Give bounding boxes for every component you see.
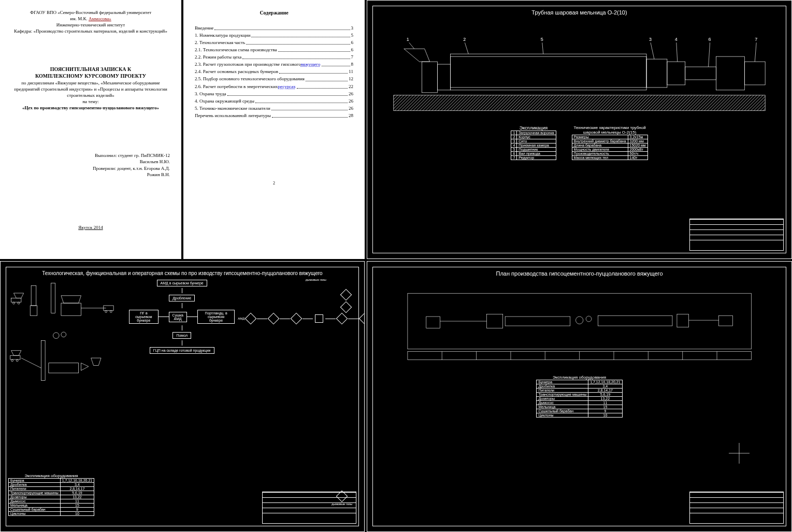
toc-line: 4. Охрана окружающей среды26 (195, 98, 353, 104)
spec-key: Производительность (572, 152, 628, 156)
svg-rect-4 (438, 64, 451, 90)
flow-portland-bunker: Портландц. в сырьевом бункере (197, 310, 235, 324)
expl-num: 3 (511, 139, 517, 143)
svg-rect-66 (677, 314, 688, 327)
svg-marker-37 (11, 351, 21, 356)
toc-page: 26 (349, 98, 353, 104)
toc-link[interactable]: ресурсах (278, 83, 296, 90)
scheme-equip-table: Бункера1,7,12,16,18,20,21Дробилка3,4Пита… (8, 478, 94, 516)
equip-key: Сушильный барабан (9, 508, 61, 512)
svg-point-39 (11, 360, 13, 362)
toc-label: 2.5. Подбор основного технологического о… (195, 76, 305, 82)
spec-key: Размеры (572, 135, 628, 139)
mill-drawing: 1 2 5 3 4 6 7 (373, 18, 786, 121)
svg-rect-30 (51, 283, 55, 313)
expl-num: 5 (511, 148, 517, 152)
cad-scheme-sheet: Технологическая, функциональная и операт… (0, 261, 365, 532)
flow-pg-bunker: ПГ в сырьевом бункере (129, 310, 158, 324)
expl-name: Вал привода (517, 152, 556, 156)
cad-plan-sheet: План производства гипсоцементного-пуццол… (367, 261, 792, 532)
svg-point-64 (586, 316, 592, 322)
toc-page: 26 (349, 91, 353, 97)
svg-text:4: 4 (675, 37, 678, 42)
toc-line: 2.2. Режим работы цеха7 (195, 54, 353, 60)
amd-label: АМД (238, 317, 244, 320)
toc-line: 2. Технологическая часть6 (195, 39, 353, 46)
svg-line-19 (676, 42, 678, 62)
svg-line-13 (465, 42, 468, 54)
toc-line: 5. Технико-экономические показатели26 (195, 105, 353, 111)
toc-label: 3. Охрана труда (195, 91, 226, 97)
equip-val: 9 (588, 409, 622, 413)
svg-rect-62 (505, 317, 570, 326)
svg-rect-68 (718, 315, 732, 326)
plan-equip-title: Экспликация оборудования (536, 375, 622, 380)
toc-page: 22 (349, 83, 353, 90)
expl-name: Редуктор (517, 156, 556, 160)
mill-title: Трубная шаровая мельница О-2(10) (373, 9, 786, 16)
toc-line: 2.6. Расчет потребности в энергетических… (195, 83, 353, 90)
equip-val: 15 (588, 405, 622, 409)
equip-key: Дымосос (9, 499, 61, 504)
expl-num: 4 (511, 143, 517, 148)
svg-rect-38 (10, 355, 20, 360)
title-block (262, 492, 356, 524)
equip-val: 2,8,14,17 (60, 487, 94, 491)
equip-key: Питатели (9, 487, 61, 491)
equip-key: Дымосос (537, 401, 588, 405)
svg-rect-32 (61, 303, 81, 315)
toc-link[interactable]: вяжущего (301, 61, 321, 67)
flow-grinding: Помол (172, 332, 191, 339)
toc-label: 2.2. Режим работы цеха (195, 54, 241, 60)
toc-label: 2.4. Расчет основных расходных бункеров (195, 68, 278, 75)
svg-point-40 (16, 360, 18, 362)
equip-val: 1,7,12,16,18,20,21 (60, 479, 94, 483)
equip-val: 5,6,19 (588, 393, 622, 397)
spec-key: Мощность двигателя (572, 148, 628, 152)
title-block (689, 219, 784, 251)
svg-marker-45 (91, 358, 101, 365)
spec-val: 2000кВт (628, 148, 647, 152)
svg-rect-3 (422, 62, 438, 93)
equip-key: Мельница (9, 504, 61, 508)
toc-page: 26 (349, 105, 353, 111)
equip-val: 13,22 (588, 397, 622, 401)
toc-label: Перечень использованной литературы (195, 112, 271, 119)
svg-rect-6 (667, 62, 685, 85)
toc-line: 3. Охрана труда26 (195, 91, 353, 97)
toc-label: 2.3. Расчет грузопотоков при производств… (195, 61, 301, 67)
svg-rect-43 (49, 363, 79, 373)
theme: «Цех по производству гипсоцементно-пуццо… (11, 105, 170, 111)
toc-line: 2.5. Подбор основного технологического о… (195, 76, 353, 82)
equip-key: Циклоны (9, 512, 61, 516)
svg-text:3: 3 (649, 37, 652, 42)
svg-point-47 (61, 332, 66, 337)
svg-rect-25 (11, 298, 21, 302)
toc-pagenum: 2 (195, 181, 353, 186)
svg-rect-65 (598, 315, 672, 326)
title-block (689, 492, 784, 524)
expl-name: Загрузочная воронка (517, 131, 556, 135)
equip-key: Бункера (9, 479, 61, 483)
toc-page: Содержание Введение31. Номенклатура прод… (183, 0, 365, 259)
svg-line-11 (409, 42, 414, 49)
equip-key: Транспортирующие машины (9, 491, 61, 495)
scheme-equip-title: Экспликация оборудования (8, 473, 94, 478)
svg-line-15 (542, 42, 543, 54)
svg-marker-24 (13, 293, 23, 298)
expl-name: Подшипник (517, 148, 556, 152)
scheme-title: Технологическая, функциональная и операт… (6, 270, 358, 276)
spec-val: 3,2х15м (628, 135, 647, 139)
toc-label: 2.6. Расчет потребности в энергетических (195, 83, 278, 90)
toc-page: 6 (351, 39, 354, 46)
svg-line-21 (709, 42, 710, 67)
toc-page: 8 (351, 61, 354, 67)
equip-key: Дозаторы (9, 495, 61, 499)
expl-num: 1 (511, 131, 517, 135)
subtitle-3: строительных изделий» (11, 92, 170, 98)
svg-rect-42 (41, 340, 45, 380)
equip-key: Дробилка (9, 483, 61, 487)
title-page: ФГАОУ ВПО «Северо-Восточный федеральный … (0, 0, 181, 259)
svg-rect-0 (394, 95, 765, 111)
svg-text:6: 6 (709, 37, 711, 42)
